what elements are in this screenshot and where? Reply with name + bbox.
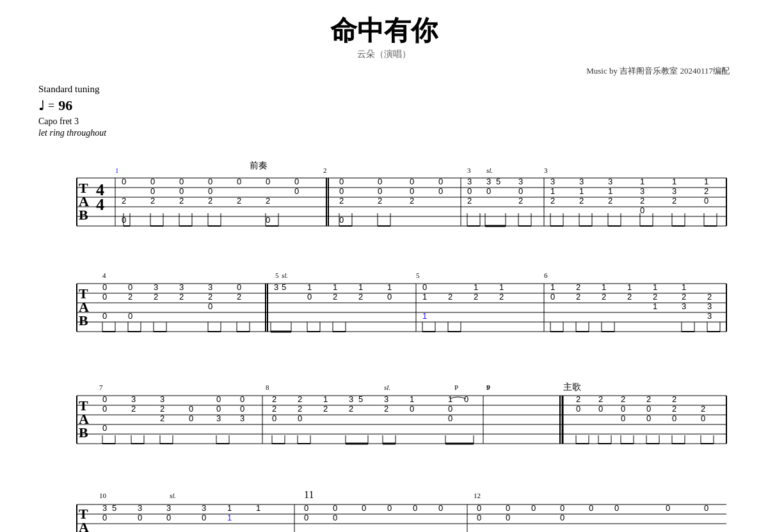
zhu-ge-label: 主歌 bbox=[563, 382, 581, 392]
svg-text:0: 0 bbox=[122, 177, 126, 186]
svg-text:1: 1 bbox=[602, 282, 606, 292]
svg-text:2: 2 bbox=[672, 394, 676, 404]
svg-text:2: 2 bbox=[682, 292, 686, 302]
svg-text:0: 0 bbox=[448, 404, 452, 414]
svg-text:0: 0 bbox=[589, 503, 593, 513]
svg-text:0: 0 bbox=[208, 186, 212, 196]
svg-text:2: 2 bbox=[467, 196, 472, 206]
svg-text:8: 8 bbox=[266, 383, 269, 391]
svg-text:0: 0 bbox=[304, 513, 308, 522]
svg-text:0: 0 bbox=[166, 513, 171, 522]
svg-text:2: 2 bbox=[333, 292, 337, 302]
svg-text:2: 2 bbox=[208, 292, 212, 302]
svg-text:0: 0 bbox=[448, 414, 452, 423]
svg-text:sl.: sl. bbox=[384, 383, 390, 391]
svg-text:1: 1 bbox=[227, 503, 232, 513]
svg-text:2: 2 bbox=[378, 196, 382, 206]
svg-text:2: 2 bbox=[448, 292, 452, 302]
svg-text:2: 2 bbox=[131, 404, 136, 414]
svg-text:P: P bbox=[486, 383, 490, 391]
music-by: Music by 吉祥阁音乐教室 20240117编配 bbox=[38, 65, 730, 77]
svg-text:0: 0 bbox=[102, 394, 107, 404]
svg-text:3: 3 bbox=[682, 302, 686, 311]
svg-text:0: 0 bbox=[102, 311, 107, 321]
svg-text:7: 7 bbox=[99, 383, 103, 391]
svg-text:0: 0 bbox=[506, 503, 510, 513]
svg-text:1: 1 bbox=[227, 513, 232, 522]
svg-text:2: 2 bbox=[576, 394, 580, 404]
svg-text:0: 0 bbox=[208, 302, 212, 311]
staff-svg-2: T A B 4 5 sl. 5 6 0 0 0 0 2 0 3 2 3 2 bbox=[38, 255, 730, 354]
svg-text:0: 0 bbox=[102, 423, 107, 433]
svg-text:3: 3 bbox=[579, 177, 584, 186]
svg-text:0: 0 bbox=[467, 186, 472, 196]
svg-text:2: 2 bbox=[701, 404, 705, 414]
svg-text:sl.: sl. bbox=[486, 166, 493, 174]
svg-text:3: 3 bbox=[550, 177, 555, 186]
svg-text:0: 0 bbox=[138, 513, 142, 522]
svg-text:0: 0 bbox=[216, 404, 221, 414]
svg-text:0: 0 bbox=[410, 186, 414, 196]
svg-text:0: 0 bbox=[506, 513, 510, 522]
svg-text:0: 0 bbox=[102, 513, 107, 522]
svg-text:0: 0 bbox=[422, 282, 427, 292]
svg-text:0: 0 bbox=[294, 186, 299, 196]
svg-text:2: 2 bbox=[298, 404, 302, 414]
svg-text:0: 0 bbox=[576, 404, 580, 414]
svg-text:0: 0 bbox=[640, 206, 644, 215]
staff-svg-4: T A B 10 sl. 11 12 3 5 0 3 0 3 0 3 0 1 1… bbox=[38, 485, 730, 532]
svg-text:0: 0 bbox=[621, 404, 625, 414]
let-ring-label: let ring throughout bbox=[38, 128, 730, 138]
svg-text:2: 2 bbox=[160, 414, 164, 423]
measure-2: 2 bbox=[323, 166, 327, 174]
svg-text:3: 3 bbox=[154, 282, 158, 292]
svg-text:3: 3 bbox=[707, 302, 712, 311]
svg-text:0: 0 bbox=[240, 394, 244, 404]
svg-text:3: 3 bbox=[138, 503, 142, 513]
svg-text:2: 2 bbox=[208, 196, 212, 206]
svg-text:2: 2 bbox=[576, 282, 580, 292]
svg-text:2: 2 bbox=[640, 196, 644, 206]
svg-text:1: 1 bbox=[550, 282, 555, 292]
svg-text:2: 2 bbox=[272, 394, 276, 404]
svg-text:0: 0 bbox=[486, 186, 491, 196]
svg-text:1: 1 bbox=[550, 186, 555, 196]
svg-text:2: 2 bbox=[128, 292, 132, 302]
tempo-value: 96 bbox=[58, 97, 72, 114]
svg-text:11: 11 bbox=[304, 489, 314, 500]
svg-text:A: A bbox=[79, 519, 89, 532]
svg-text:0: 0 bbox=[150, 186, 155, 196]
svg-text:0: 0 bbox=[666, 503, 670, 513]
svg-text:2: 2 bbox=[323, 404, 328, 414]
svg-text:0: 0 bbox=[438, 503, 443, 513]
svg-text:1: 1 bbox=[307, 282, 312, 292]
svg-text:1: 1 bbox=[410, 394, 414, 404]
svg-text:0: 0 bbox=[189, 414, 193, 423]
svg-text:2: 2 bbox=[499, 292, 504, 302]
svg-text:2: 2 bbox=[358, 292, 363, 302]
svg-text:1: 1 bbox=[422, 292, 427, 302]
svg-text:0: 0 bbox=[438, 186, 443, 196]
svg-text:0: 0 bbox=[272, 414, 276, 423]
svg-text:3: 3 bbox=[486, 177, 491, 186]
svg-text:2: 2 bbox=[298, 394, 302, 404]
svg-text:0: 0 bbox=[410, 404, 414, 414]
svg-text:0: 0 bbox=[237, 177, 241, 186]
svg-text:2: 2 bbox=[672, 196, 676, 206]
song-subtitle: 云朵（演唱） bbox=[38, 49, 730, 60]
svg-text:3: 3 bbox=[202, 503, 206, 513]
staff-system-1: T A B 4 4 1 前奏 2 3 sl. 3 bbox=[38, 140, 730, 242]
svg-text:P: P bbox=[454, 383, 458, 391]
svg-text:0: 0 bbox=[438, 177, 443, 186]
svg-text:0: 0 bbox=[202, 513, 206, 522]
svg-text:sl.: sl. bbox=[170, 492, 176, 499]
svg-text:0: 0 bbox=[621, 414, 625, 423]
svg-text:2: 2 bbox=[474, 292, 478, 302]
svg-text:0: 0 bbox=[122, 215, 126, 225]
svg-text:2: 2 bbox=[518, 196, 523, 206]
svg-text:2: 2 bbox=[266, 196, 270, 206]
svg-text:0: 0 bbox=[102, 282, 107, 292]
svg-text:3: 3 bbox=[640, 186, 644, 196]
svg-text:1: 1 bbox=[672, 177, 676, 186]
svg-text:2: 2 bbox=[237, 292, 241, 302]
